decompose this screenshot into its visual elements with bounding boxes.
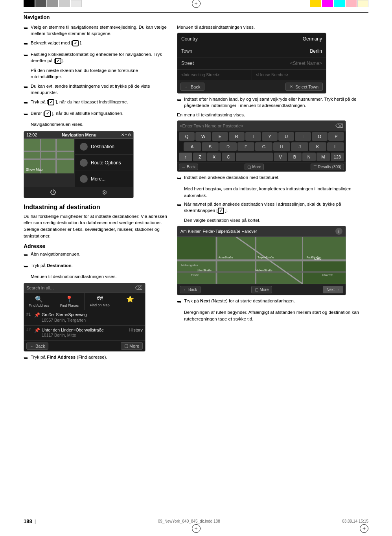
keyboard-back-button[interactable]: ← Back <box>179 164 198 170</box>
bullet-item: ➥ Berør [✓ ], når du vil afslutte konfig… <box>24 110 169 118</box>
key-q[interactable]: Q <box>179 132 195 141</box>
search-input[interactable]: Search in all... <box>26 285 135 290</box>
nav-menu-icons: ✕ • ⊙ <box>121 133 131 137</box>
key-m[interactable]: M <box>317 153 330 161</box>
footer-date: 03.09.14 15:15 <box>342 519 368 523</box>
key-j[interactable]: J <box>291 142 308 151</box>
key-shift[interactable]: ↑ <box>179 153 192 161</box>
back-label: Back <box>191 85 200 89</box>
nav-menu-box: 12:02 Navigation Menu ✕ • ⊙ Show Map <box>24 131 134 198</box>
key-a[interactable]: A <box>184 142 201 151</box>
bullet-arrow-icon: ➥ <box>177 175 182 182</box>
bullet-text: Tryk på Find Address (Find adresse). <box>31 354 169 362</box>
route-options-button[interactable]: Route Options <box>75 155 133 171</box>
key-p[interactable]: P <box>328 132 344 141</box>
power-icon[interactable]: ⏻ <box>50 189 56 196</box>
nav-menu-label: Navigationsmenuen vises. <box>31 121 169 127</box>
info-icon[interactable]: i <box>335 228 342 235</box>
key-f[interactable]: F <box>237 142 255 151</box>
key-z[interactable]: Z <box>193 153 206 161</box>
bullet-arrow-icon: ➥ <box>24 354 28 362</box>
bullet-item: ➥ Tryk på Next (Næste) for at starte des… <box>177 298 368 306</box>
registration-mark-top <box>192 0 201 8</box>
extra-button[interactable]: ⭐ <box>115 293 145 310</box>
back-label: Back <box>187 165 195 169</box>
key-l[interactable]: L <box>327 142 344 151</box>
key-n[interactable]: N <box>302 153 316 161</box>
find-address-button[interactable]: 🔍 Find Address <box>24 293 54 310</box>
keyboard-more-button[interactable]: ▢ More <box>245 164 264 170</box>
town-row[interactable]: Town Berlin <box>177 45 326 57</box>
map-next-button[interactable]: Next → <box>323 286 343 293</box>
key-e[interactable]: E <box>212 132 228 141</box>
svg-text:NelkenStraße: NelkenStraße <box>256 269 272 272</box>
show-map-label[interactable]: Show Map <box>26 168 43 171</box>
key-w[interactable]: W <box>195 132 211 141</box>
bullet-item: ➥ Åbn navigationsmenuen. <box>24 251 169 259</box>
address-form-box: Country Germany Town Berlin Street <Stre… <box>177 33 326 94</box>
search-bar: Search in all... ⌫ <box>24 283 145 293</box>
bullet-item: ➥ Tryk på [✓ ], når du har tilpasset ind… <box>24 99 169 107</box>
back-arrow-icon: ← <box>182 165 186 169</box>
more-icon <box>80 175 88 183</box>
bullet-item: ➥ Indtast den ønskede destination med ta… <box>177 174 368 182</box>
key-123[interactable]: 123 <box>331 153 344 161</box>
history-button[interactable]: History <box>129 328 143 332</box>
key-space[interactable] <box>236 153 273 161</box>
section-text: Du har forskellige muligheder for at ind… <box>24 213 169 239</box>
more-button[interactable]: More... <box>75 171 133 187</box>
key-v[interactable]: V <box>274 153 287 161</box>
key-c[interactable]: C <box>222 153 235 161</box>
back-label: Back <box>35 344 45 348</box>
key-h[interactable]: H <box>273 142 291 151</box>
backspace-icon[interactable]: ⌫ <box>135 285 143 291</box>
left-column: ➥ Vælg en stemme til navigationens stemm… <box>24 24 169 515</box>
bullet-text: Når navnet på den ønskede destination vi… <box>184 201 368 214</box>
street-row[interactable]: Street <Street Name> <box>177 57 326 70</box>
bullet-arrow-icon: ➥ <box>177 201 182 214</box>
key-i[interactable]: I <box>295 132 311 141</box>
country-row[interactable]: Country Germany <box>177 33 326 45</box>
check-symbol: ✓ <box>55 58 61 64</box>
key-b[interactable]: B <box>288 153 301 161</box>
destination-button[interactable]: Destination <box>75 139 133 155</box>
key-u[interactable]: U <box>278 132 294 141</box>
more-button[interactable]: ▢ More <box>121 342 143 350</box>
key-d[interactable]: D <box>219 142 237 151</box>
select-town-button[interactable]: ☉ Select Town <box>285 83 323 91</box>
route-options-icon <box>80 159 88 167</box>
keyboard-input[interactable]: <Enter Town Name or Postcode> <box>180 123 335 128</box>
map-more-button[interactable]: ▢ More <box>251 286 272 293</box>
key-k[interactable]: K <box>309 142 326 151</box>
find-places-button[interactable]: 📍 Find Places <box>54 293 85 310</box>
keyboard-results-button[interactable]: ☰ Results (300) <box>311 164 344 170</box>
nav-menu-title-bar: 12:02 Navigation Menu ✕ • ⊙ <box>24 131 133 139</box>
settings-icon[interactable]: ⚙ <box>102 189 107 196</box>
back-button[interactable]: ← Back <box>26 343 48 350</box>
intersecting-street-placeholder: <Intersecting Street> <box>181 72 219 77</box>
country-value: Germany <box>228 36 322 42</box>
item-num: #1 <box>26 312 33 317</box>
key-o[interactable]: O <box>312 132 328 141</box>
keyboard-row-3: ↑ Z X C V B N M 123 <box>177 152 346 162</box>
color-swatch-darkgray <box>35 0 46 7</box>
key-y[interactable]: Y <box>262 132 278 141</box>
bullet-text: Vælg en stemme til navigationens stemmev… <box>31 24 169 37</box>
key-g[interactable]: G <box>255 142 272 151</box>
right-column: Menuen til adresseindtastningen vises. C… <box>177 24 368 515</box>
house-number-cell[interactable]: <House Number> <box>252 70 326 80</box>
bullet-text: Indtast efter hinanden land, by og vej s… <box>184 96 368 109</box>
key-x[interactable]: X <box>207 153 221 161</box>
item-icon: 📌 <box>34 328 40 333</box>
back-button[interactable]: ← Back <box>180 83 204 91</box>
bold-text: Next <box>200 298 210 303</box>
keyboard-backspace-icon[interactable]: ⌫ <box>335 123 343 129</box>
key-s[interactable]: S <box>202 142 219 151</box>
town-value: Berlin <box>228 48 322 54</box>
intersecting-street-cell[interactable]: <Intersecting Street> <box>177 70 252 80</box>
destination-label: Destination <box>91 144 114 149</box>
key-t[interactable]: T <box>245 132 261 141</box>
key-r[interactable]: R <box>229 132 245 141</box>
map-back-button[interactable]: ← Back <box>180 286 201 293</box>
find-on-map-button[interactable]: 🗺 Find on Map <box>85 293 115 310</box>
